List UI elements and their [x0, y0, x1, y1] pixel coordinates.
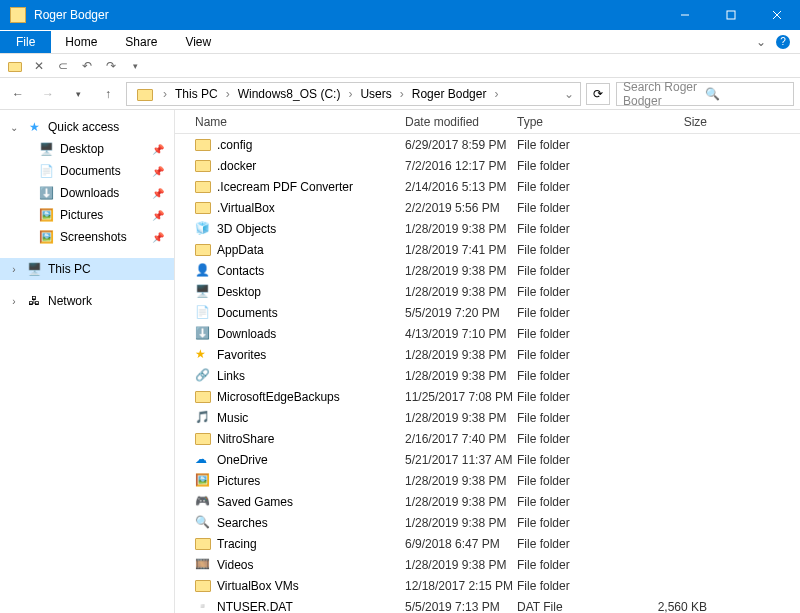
forward-button[interactable]: → [36, 82, 60, 106]
file-type: File folder [517, 558, 635, 572]
chevron-right-icon[interactable]: › [492, 87, 500, 101]
file-type: File folder [517, 306, 635, 320]
folder-icon [195, 200, 211, 216]
window-folder-icon [10, 7, 26, 23]
file-type: File folder [517, 201, 635, 215]
sidebar-label: This PC [48, 262, 91, 276]
nav-sidebar: ⌄ ★ Quick access 🖥️ Desktop 📌 📄 Document… [0, 110, 175, 613]
copy-icon[interactable]: ⊂ [54, 57, 72, 75]
file-row[interactable]: .VirtualBox 2/2/2019 5:56 PM File folder [175, 197, 800, 218]
qat-dropdown-icon[interactable]: ▾ [126, 57, 144, 75]
file-row[interactable]: ▫️ NTUSER.DAT 5/5/2019 7:13 PM DAT File … [175, 596, 800, 613]
file-row[interactable]: .docker 7/2/2016 12:17 PM File folder [175, 155, 800, 176]
address-dropdown-icon[interactable]: ⌄ [562, 87, 576, 101]
file-row[interactable]: 🔍 Searches 1/28/2019 9:38 PM File folder [175, 512, 800, 533]
undo-icon[interactable]: ↶ [78, 57, 96, 75]
file-row[interactable]: 🎮 Saved Games 1/28/2019 9:38 PM File fol… [175, 491, 800, 512]
file-row[interactable]: AppData 1/28/2019 7:41 PM File folder [175, 239, 800, 260]
col-type[interactable]: Type [517, 115, 635, 129]
file-row[interactable]: ★ Favorites 1/28/2019 9:38 PM File folde… [175, 344, 800, 365]
pin-icon: 📌 [152, 210, 164, 221]
tab-view[interactable]: View [171, 31, 225, 53]
chevron-right-icon[interactable]: › [398, 87, 406, 101]
file-row[interactable]: VirtualBox VMs 12/18/2017 2:15 PM File f… [175, 575, 800, 596]
file-row[interactable]: 🧊 3D Objects 1/28/2019 9:38 PM File fold… [175, 218, 800, 239]
file-date: 2/16/2017 7:40 PM [405, 432, 517, 446]
sidebar-this-pc[interactable]: › 🖥️ This PC [0, 258, 174, 280]
file-row[interactable]: .Icecream PDF Converter 2/14/2016 5:13 P… [175, 176, 800, 197]
file-type: File folder [517, 369, 635, 383]
crumb-drive[interactable]: Windows8_OS (C:) [234, 85, 345, 103]
sidebar-item[interactable]: 🖼️ Screenshots 📌 [0, 226, 174, 248]
sidebar-item[interactable]: 🖼️ Pictures 📌 [0, 204, 174, 226]
file-row[interactable]: ☁ OneDrive 5/21/2017 11:37 AM File folde… [175, 449, 800, 470]
chevron-right-icon[interactable]: › [8, 264, 20, 275]
up-button[interactable]: ↑ [96, 82, 120, 106]
help-icon[interactable]: ? [776, 35, 790, 49]
col-size[interactable]: Size [635, 115, 715, 129]
sidebar-label: Network [48, 294, 92, 308]
file-name: MicrosoftEdgeBackups [217, 390, 405, 404]
maximize-button[interactable] [708, 0, 754, 30]
file-name: Links [217, 369, 405, 383]
sidebar-network[interactable]: › 🖧 Network [0, 290, 174, 312]
folder-icon [195, 389, 211, 405]
sidebar-item-label: Pictures [60, 208, 103, 222]
file-row[interactable]: 🖼️ Pictures 1/28/2019 9:38 PM File folde… [175, 470, 800, 491]
file-row[interactable]: 📄 Documents 5/5/2019 7:20 PM File folder [175, 302, 800, 323]
file-date: 2/14/2016 5:13 PM [405, 180, 517, 194]
sidebar-item[interactable]: ⬇️ Downloads 📌 [0, 182, 174, 204]
redo-icon[interactable]: ↷ [102, 57, 120, 75]
crumb-user[interactable]: Roger Bodger [408, 85, 491, 103]
folder-icon [195, 242, 211, 258]
search-input[interactable]: Search Roger Bodger 🔍 [616, 82, 794, 106]
folder-icon [195, 158, 211, 174]
tab-file[interactable]: File [0, 31, 51, 53]
file-type: File folder [517, 138, 635, 152]
pin-icon: 📌 [152, 166, 164, 177]
sidebar-item-label: Documents [60, 164, 121, 178]
close-button[interactable] [754, 0, 800, 30]
chevron-right-icon[interactable]: › [224, 87, 232, 101]
pin-icon: 📌 [152, 232, 164, 243]
cut-icon[interactable]: ✕ [30, 57, 48, 75]
file-type: File folder [517, 327, 635, 341]
file-row[interactable]: 👤 Contacts 1/28/2019 9:38 PM File folder [175, 260, 800, 281]
pin-icon: 📌 [152, 188, 164, 199]
chevron-right-icon[interactable]: › [161, 87, 169, 101]
contacts-icon: 👤 [195, 263, 211, 279]
col-date[interactable]: Date modified [405, 115, 517, 129]
chevron-right-icon[interactable]: › [346, 87, 354, 101]
recent-dropdown-icon[interactable]: ▾ [66, 82, 90, 106]
file-row[interactable]: .config 6/29/2017 8:59 PM File folder [175, 134, 800, 155]
file-date: 1/28/2019 9:38 PM [405, 516, 517, 530]
minimize-button[interactable] [662, 0, 708, 30]
file-row[interactable]: MicrosoftEdgeBackups 11/25/2017 7:08 PM … [175, 386, 800, 407]
file-row[interactable]: Tracing 6/9/2018 6:47 PM File folder [175, 533, 800, 554]
file-row[interactable]: ⬇️ Downloads 4/13/2019 7:10 PM File fold… [175, 323, 800, 344]
crumb-thispc[interactable]: This PC [171, 85, 222, 103]
chevron-down-icon[interactable]: ⌄ [8, 122, 20, 133]
file-row[interactable]: NitroShare 2/16/2017 7:40 PM File folder [175, 428, 800, 449]
breadcrumb[interactable]: › This PC › Windows8_OS (C:) › Users › R… [126, 82, 581, 106]
file-name: Favorites [217, 348, 405, 362]
crumb-users[interactable]: Users [356, 85, 395, 103]
file-row[interactable]: 🖥️ Desktop 1/28/2019 9:38 PM File folder [175, 281, 800, 302]
new-folder-icon[interactable] [6, 57, 24, 75]
refresh-button[interactable]: ⟳ [586, 83, 610, 105]
back-button[interactable]: ← [6, 82, 30, 106]
chevron-right-icon[interactable]: › [8, 296, 20, 307]
file-type: DAT File [517, 600, 635, 614]
col-name[interactable]: Name [195, 115, 405, 129]
file-row[interactable]: 🎞️ Videos 1/28/2019 9:38 PM File folder [175, 554, 800, 575]
file-row[interactable]: 🎵 Music 1/28/2019 9:38 PM File folder [175, 407, 800, 428]
tab-home[interactable]: Home [51, 31, 111, 53]
expand-ribbon-icon[interactable]: ⌄ [756, 35, 766, 49]
tab-share[interactable]: Share [111, 31, 171, 53]
sidebar-item[interactable]: 📄 Documents 📌 [0, 160, 174, 182]
sidebar-item[interactable]: 🖥️ Desktop 📌 [0, 138, 174, 160]
file-date: 6/9/2018 6:47 PM [405, 537, 517, 551]
sidebar-quick-access[interactable]: ⌄ ★ Quick access [0, 116, 174, 138]
file-row[interactable]: 🔗 Links 1/28/2019 9:38 PM File folder [175, 365, 800, 386]
file-type: File folder [517, 180, 635, 194]
